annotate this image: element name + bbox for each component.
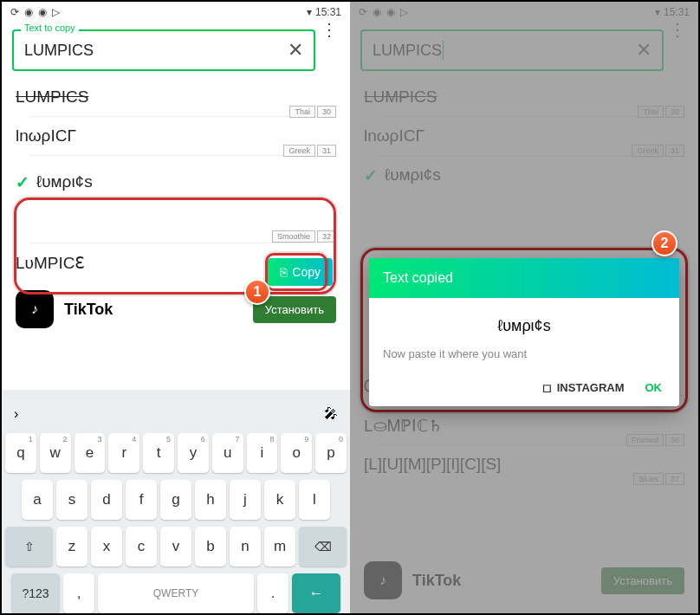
key-g[interactable]: g: [160, 480, 191, 520]
instagram-icon: ◻: [542, 381, 552, 394]
key-period[interactable]: .: [257, 573, 288, 613]
screen-left: ⟳ ◉ ◉ ▷ ▾ 15:31 Text to copy LUMPICS ✕ ⋮…: [2, 2, 350, 613]
key-o[interactable]: o9: [281, 433, 312, 473]
copied-text: ℓυмρι¢s: [383, 317, 665, 335]
key-b[interactable]: b: [195, 527, 226, 566]
input-label: Text to copy: [21, 23, 79, 33]
key-t[interactable]: t5: [143, 433, 174, 473]
key-a[interactable]: a: [22, 480, 53, 520]
result-text: lnωρICΓ: [16, 126, 76, 146]
tiktok-name: TikTok: [64, 301, 243, 319]
result-row[interactable]: lnωρICΓ Greek31: [16, 117, 336, 155]
key-x[interactable]: x: [91, 527, 122, 566]
key-enter[interactable]: ←: [292, 573, 340, 613]
wifi-icon: ▾: [307, 6, 312, 18]
result-text: LUMPICS: [16, 87, 88, 107]
play-icon: ▷: [52, 6, 60, 18]
key-d[interactable]: d: [91, 480, 122, 520]
annotation-badge: 2: [651, 230, 677, 256]
key-comma[interactable]: ,: [63, 573, 94, 613]
key-y[interactable]: y6: [178, 433, 209, 473]
result-text: ℓυмρι¢s: [36, 172, 93, 191]
clear-icon[interactable]: ✕: [288, 39, 303, 62]
annotation-highlight: [265, 253, 327, 291]
viber-icon-2: ◉: [38, 6, 47, 18]
key-k[interactable]: k: [264, 480, 295, 520]
key-z[interactable]: z: [56, 527, 88, 566]
annotation-badge: 1: [244, 279, 270, 305]
keyboard: › 🎤︎ q1 w2 e3 r4 t5 y6 u7 i8 o9 p0 a s d…: [2, 390, 350, 613]
dialog-hint: Now paste it where you want: [383, 347, 665, 360]
key-h[interactable]: h: [195, 480, 226, 520]
input-wrapper: Text to copy LUMPICS ✕: [12, 29, 315, 71]
check-icon: ✓: [16, 172, 29, 192]
key-symbols[interactable]: ?123: [11, 573, 60, 613]
key-v[interactable]: v: [160, 527, 191, 566]
loop-icon: ⟳: [10, 6, 19, 18]
instagram-button[interactable]: ◻INSTAGRAM: [542, 381, 625, 394]
key-backspace[interactable]: ⌫: [299, 527, 347, 566]
key-n[interactable]: n: [230, 527, 261, 566]
status-bar: ⟳ ◉ ◉ ▷ ▾ 15:31: [2, 2, 350, 23]
result-row[interactable]: LUMPICS Thai30: [16, 78, 336, 116]
expand-icon[interactable]: ›: [14, 406, 18, 422]
suggestion-bar: › 🎤︎: [5, 395, 347, 433]
viber-icon: ◉: [24, 6, 33, 18]
key-j[interactable]: j: [230, 480, 261, 520]
key-u[interactable]: u7: [212, 433, 243, 473]
mic-icon[interactable]: 🎤︎: [324, 406, 338, 422]
key-p[interactable]: p0: [315, 433, 347, 473]
tiktok-logo-icon: ♪: [16, 290, 54, 328]
key-w[interactable]: w2: [40, 433, 71, 473]
input-value: LUMPICS: [24, 42, 288, 60]
key-s[interactable]: s: [56, 480, 88, 520]
key-l[interactable]: l: [299, 480, 330, 520]
text-input[interactable]: LUMPICS ✕: [12, 29, 315, 71]
key-q[interactable]: q1: [5, 433, 36, 473]
key-m[interactable]: m: [264, 527, 295, 566]
ok-button[interactable]: OK: [645, 381, 663, 394]
copied-dialog: Text copied ℓυмρι¢s Now paste it where y…: [369, 258, 679, 406]
clock: 15:31: [315, 6, 341, 18]
screen-right: ⟳ ◉ ◉ ▷ ▾ 15:31 LUMPICS ✕ ⋮ LUMPICSThai3…: [350, 2, 698, 613]
key-space[interactable]: QWERTY: [98, 573, 254, 613]
key-f[interactable]: f: [126, 480, 157, 520]
menu-dots-icon[interactable]: ⋮: [321, 19, 338, 40]
key-r[interactable]: r4: [108, 433, 139, 473]
key-i[interactable]: i8: [247, 433, 278, 473]
key-e[interactable]: e3: [75, 433, 106, 473]
key-shift[interactable]: ⇧: [5, 527, 53, 566]
dialog-title: Text copied: [369, 258, 679, 298]
key-c[interactable]: c: [126, 527, 157, 566]
